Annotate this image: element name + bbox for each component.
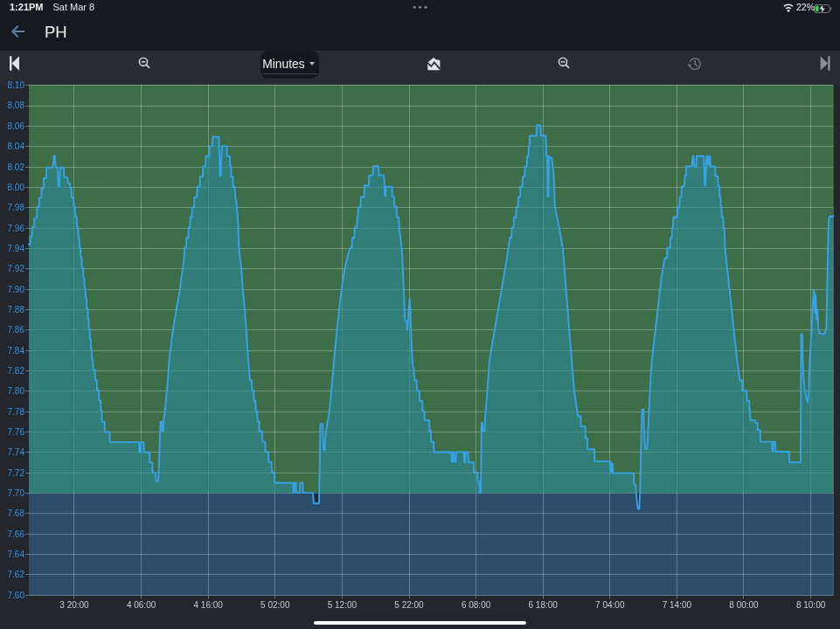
svg-text:6 08:00: 6 08:00 [462,600,491,610]
svg-text:7.94: 7.94 [8,244,25,253]
svg-text:7.68: 7.68 [8,508,25,518]
svg-text:7.78: 7.78 [8,407,25,417]
svg-text:7.60: 7.60 [8,591,25,600]
svg-text:7.86: 7.86 [8,325,25,335]
svg-text:8.08: 8.08 [8,100,25,110]
svg-text:8.02: 8.02 [8,162,25,172]
svg-text:7.74: 7.74 [8,447,25,457]
svg-text:7 04:00: 7 04:00 [595,600,625,610]
svg-text:7.82: 7.82 [8,366,25,376]
svg-text:7 14:00: 7 14:00 [663,600,692,610]
svg-text:7.72: 7.72 [8,468,25,478]
svg-text:5 22:00: 5 22:00 [394,600,424,610]
svg-text:7.92: 7.92 [8,264,25,273]
svg-text:1:21PM: 1:21PM [10,2,44,12]
svg-text:3 20:00: 3 20:00 [59,600,89,610]
svg-text:22%: 22% [796,2,815,12]
svg-text:Minutes: Minutes [262,58,304,71]
svg-text:7.64: 7.64 [8,550,25,559]
svg-text:8.00: 8.00 [8,183,25,192]
svg-text:5 12:00: 5 12:00 [328,600,358,610]
svg-text:8.04: 8.04 [8,142,25,151]
svg-text:8.06: 8.06 [8,121,25,131]
svg-text:7.98: 7.98 [8,203,25,212]
svg-text:8 10:00: 8 10:00 [796,600,826,610]
svg-text:5 02:00: 5 02:00 [260,600,290,610]
svg-text:PH: PH [45,23,67,41]
svg-text:4 16:00: 4 16:00 [194,600,224,610]
svg-text:8 00:00: 8 00:00 [729,600,759,610]
svg-text:7.76: 7.76 [8,427,25,437]
svg-text:7.62: 7.62 [8,570,25,579]
svg-text:Sat Mar 8: Sat Mar 8 [53,2,95,12]
svg-text:4 06:00: 4 06:00 [127,600,156,610]
svg-text:7.84: 7.84 [8,346,25,356]
svg-text:6 18:00: 6 18:00 [529,600,559,610]
svg-text:7.88: 7.88 [8,305,25,314]
svg-text:7.80: 7.80 [8,386,25,396]
svg-text:7.70: 7.70 [8,488,25,498]
svg-text:7.66: 7.66 [8,529,25,539]
svg-text:7.96: 7.96 [8,224,25,233]
svg-text:7.90: 7.90 [8,285,25,294]
